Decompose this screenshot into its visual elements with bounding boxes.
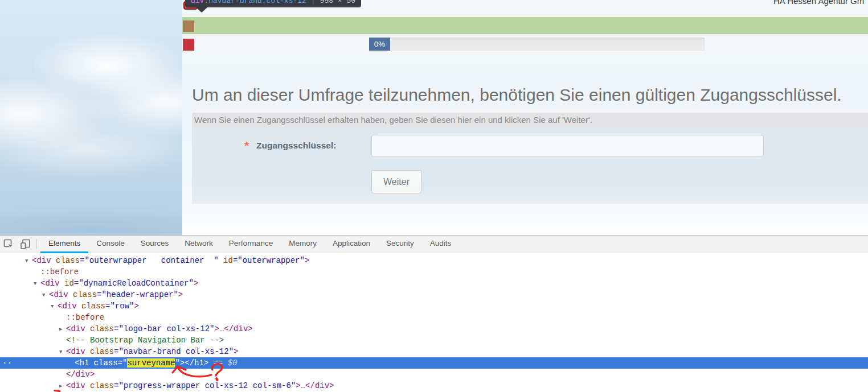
expand-arrow-down-icon[interactable]: ▼ [34, 278, 40, 290]
tree-row[interactable]: <!-- Bootstrap Navigation Bar --> [0, 335, 868, 346]
code-segment-tag: > [234, 347, 238, 356]
tree-row[interactable]: ::before [0, 266, 868, 278]
inspect-tooltip: div.navbar-brand.col-xs-12|998 × 50 [185, 0, 361, 7]
logo-square-red [183, 39, 194, 51]
tab-performance[interactable]: Performance [221, 236, 281, 253]
code-segment-attr: id [223, 256, 233, 265]
browser-page: HA Hessen Agentur Gm div.navbar-brand.co… [0, 0, 868, 235]
code-segment-dots: … [301, 381, 305, 390]
tab-sources[interactable]: Sources [133, 236, 177, 253]
code-segment-attr: class [90, 347, 114, 356]
tooltip-dimensions: 998 × 50 [320, 0, 355, 5]
code-segment-tag: > [214, 324, 219, 333]
code-segment-val: ="row" [105, 302, 134, 311]
code-segment-tag: <div [66, 324, 90, 333]
tree-row[interactable]: ▼<div class="navbar-brand col-xs-12"> [0, 346, 868, 357]
code-segment-tag: > [178, 290, 183, 299]
code-segment-tag: > [134, 302, 138, 311]
tree-row[interactable]: ▼<div id="dynamicReloadContainer"> [0, 278, 868, 289]
code-segment-tag: > [305, 256, 309, 265]
tab-security[interactable]: Security [378, 236, 422, 253]
code-segment-tag: <div [66, 347, 90, 356]
device-toolbar-icon[interactable] [17, 237, 34, 251]
tree-row[interactable]: ▶<div class="logo-bar col-xs-12">…</div> [0, 323, 868, 335]
code-segment-tag: <div [32, 256, 56, 265]
navbar-brand-text: HA Hessen Agentur Gm [773, 0, 864, 6]
tooltip-separator: | [311, 0, 316, 5]
code-segment-dollar: $0 [228, 358, 238, 368]
tab-audits[interactable]: Audits [422, 236, 460, 253]
tooltip-classes: .navbar-brand.col-xs-12 [204, 0, 306, 5]
code-segment-val: ="outerwrapper" [233, 256, 305, 265]
inspect-element-icon[interactable] [0, 237, 17, 251]
survey-instruction: Wenn Sie einen Zugangsschlüssel erhalten… [192, 113, 868, 127]
code-segment-tag: </div> [224, 324, 252, 333]
code-segment-comment: <!-- Bootstrap Navigation Bar --> [66, 336, 224, 345]
inspector-highlight-overlay [182, 17, 868, 34]
expand-arrow-down-icon[interactable]: ▼ [42, 290, 49, 301]
code-segment-val: ="progress-wrapper col-xs-12 col-sm-6" [114, 381, 296, 390]
expand-arrow-right-icon[interactable]: ▶ [59, 324, 66, 335]
survey-heading: Um an dieser Umfrage teilzunehmen, benöt… [192, 85, 864, 105]
toolbar-divider [36, 239, 37, 249]
screenshot-stage: HA Hessen Agentur Gm div.navbar-brand.co… [0, 0, 868, 392]
token-input[interactable] [371, 135, 764, 157]
token-label: Zugangsschlüssel: [256, 141, 336, 151]
progress-value-badge: 0% [369, 38, 390, 51]
tooltip-pointer [196, 7, 207, 13]
expand-arrow-down-icon[interactable]: ▼ [51, 301, 58, 312]
code-segment-eq: == [208, 358, 228, 368]
code-segment-tag: </div> [305, 381, 334, 390]
tooltip-tag-name: div [191, 0, 204, 5]
expand-arrow-down-icon[interactable]: ▼ [25, 255, 32, 267]
code-segment-attr: class [73, 290, 97, 299]
code-segment-attr: class [90, 381, 114, 390]
code-segment-tag: <div [49, 290, 73, 299]
code-segment-val: ="navbar-brand col-xs-12" [114, 347, 234, 356]
required-asterisk: * [244, 139, 249, 152]
logo-square-under-highlight [183, 20, 194, 32]
code-segment-val: ="outerwrapper container " [80, 256, 223, 265]
devtools-tabs: ElementsConsoleSourcesNetworkPerformance… [40, 236, 459, 253]
devtools-panel: ElementsConsoleSourcesNetworkPerformance… [0, 235, 868, 392]
tab-application[interactable]: Application [325, 236, 378, 253]
tab-network[interactable]: Network [177, 236, 221, 253]
code-segment-tag: > [296, 381, 300, 390]
code-segment-val: ="dynamicReloadContainer" [74, 279, 194, 288]
tree-row[interactable]: ▼<div class="row"> [0, 300, 868, 312]
tree-row[interactable]: ▼<div class="header-wrapper"> [0, 289, 868, 300]
expand-arrow-right-icon[interactable]: ▶ [59, 381, 66, 392]
expand-arrow-down-icon[interactable]: ▼ [59, 346, 66, 358]
code-segment-sel: <h1 class=" [75, 358, 127, 368]
code-segment-attr: class [81, 302, 105, 311]
tree-row[interactable]: ▼<div class="outerwrapper container " id… [0, 255, 868, 266]
devtools-toolbar: ElementsConsoleSourcesNetworkPerformance… [0, 236, 868, 253]
sky-background-image [0, 0, 182, 235]
overflow-dots: .. [2, 356, 12, 367]
code-segment-attr: id [64, 279, 74, 288]
tree-row[interactable]: ▶<div class="progress-wrapper col-xs-12 … [0, 380, 868, 391]
tab-console[interactable]: Console [88, 236, 133, 253]
code-segment-pseudo: ::before [66, 313, 104, 322]
code-segment-tag: <div [58, 302, 81, 311]
code-segment-tag: <div [66, 381, 90, 390]
tab-memory[interactable]: Memory [281, 236, 325, 253]
survey-progress-bar: 0% [369, 38, 705, 51]
code-segment-val: ="logo-bar col-xs-12" [114, 324, 214, 333]
tree-row[interactable]: </div> [0, 369, 868, 380]
tab-elements[interactable]: Elements [40, 236, 88, 253]
tree-row[interactable]: ::before [0, 312, 868, 323]
code-segment-attr: class [56, 256, 80, 265]
code-segment-sel: "></h1> [175, 358, 208, 368]
code-segment-match: surveyname [127, 358, 175, 368]
code-segment-attr: class [90, 324, 114, 333]
code-segment-pseudo: ::before [40, 267, 79, 277]
code-segment-val: ="header-wrapper" [97, 290, 178, 299]
tree-row[interactable]: <h1 class="surveyname"></h1> == $0.. [0, 357, 868, 369]
code-segment-tag: > [194, 279, 198, 288]
code-segment-tag: <div [40, 279, 64, 288]
weiter-button[interactable]: Weiter [371, 170, 421, 193]
dom-tree: ▼<div class="outerwrapper container " id… [0, 253, 868, 391]
code-segment-tag: </div> [66, 370, 95, 379]
